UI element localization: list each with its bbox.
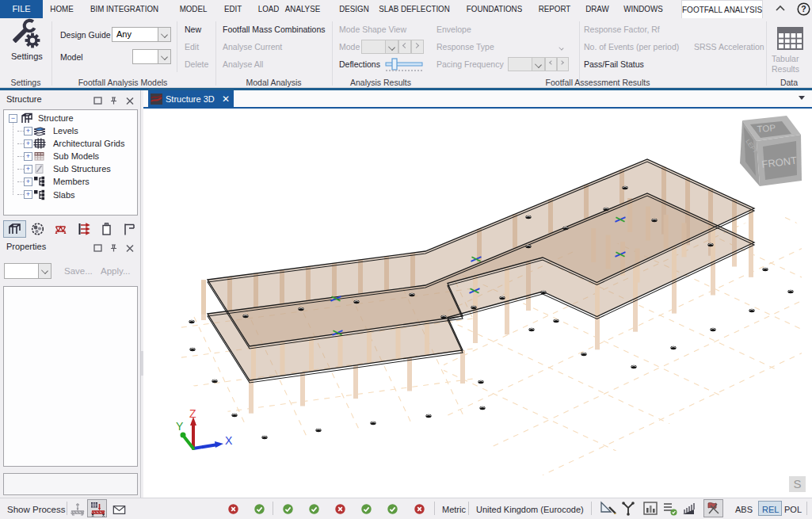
svg-text:TOP: TOP [757,123,776,134]
svg-text:Y: Y [176,420,184,433]
svg-text:X: X [225,434,233,447]
svg-text:Z: Z [189,407,196,420]
svg-text:?: ? [801,4,806,13]
